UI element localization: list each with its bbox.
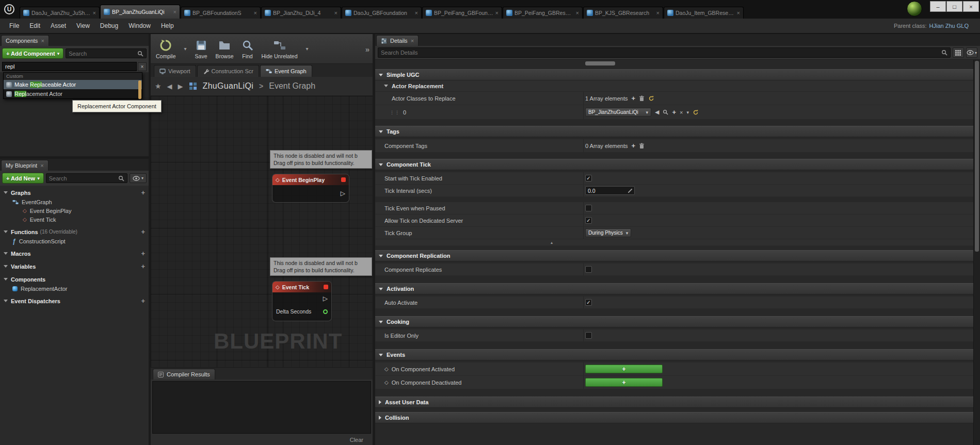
section-component-replication[interactable]: Component Replication — [375, 250, 973, 261]
tree-header-functions[interactable]: Functions(16 Overridable)+ — [0, 227, 149, 237]
breadcrumb-blueprint-name[interactable]: ZhuGuanLiQi — [203, 81, 253, 91]
my-blueprint-search-input[interactable] — [49, 175, 116, 182]
tree-header-variables[interactable]: Variables+ — [0, 261, 149, 271]
details-view-options-button[interactable]: ▾ — [966, 47, 977, 58]
nav-forward-button[interactable]: ▶ — [178, 83, 183, 90]
tree-header-graphs[interactable]: Graphs+ — [0, 188, 149, 197]
property-matrix-button[interactable] — [953, 47, 964, 58]
menu-window[interactable]: Window — [123, 22, 156, 29]
close-icon[interactable]: × — [737, 10, 740, 16]
float-output-pin[interactable] — [323, 309, 328, 314]
clear-array-button[interactable] — [639, 95, 645, 102]
node-event-tick[interactable]: ◇ Event Tick ▷ Delta Seconds — [272, 281, 332, 321]
tab-viewport[interactable]: Viewport — [154, 65, 196, 77]
close-icon[interactable]: × — [41, 38, 44, 44]
window-tab-bp-peifang-gbresearch[interactable]: BP_PeiFang_GBResearch× — [503, 7, 583, 19]
clear-array-button[interactable] — [639, 143, 645, 149]
add-event-on-activated-button[interactable]: + — [585, 365, 663, 373]
add-new-button[interactable]: + Add New ▾ — [2, 173, 44, 184]
tick-interval-input[interactable]: 0.0 — [585, 186, 635, 195]
section-events[interactable]: Events — [375, 349, 973, 360]
add-array-element-button[interactable]: + — [632, 95, 636, 102]
my-blueprint-search-box[interactable] — [46, 173, 127, 183]
section-activation[interactable]: Activation — [375, 283, 973, 294]
event-graph-canvas[interactable]: BLUEPRINT This node is disabled and will… — [151, 96, 373, 367]
window-tab-bp-jianzhuguanliqi[interactable]: BP_JianZhuGuanLiQi× — [100, 5, 180, 19]
value-slider-icon[interactable] — [628, 189, 632, 193]
checkbox-unchecked[interactable] — [585, 205, 592, 211]
menu-file[interactable]: File — [4, 22, 24, 29]
close-window-button[interactable]: × — [963, 1, 979, 12]
insert-element-button[interactable]: + — [672, 109, 676, 116]
checkbox-checked[interactable]: ✓ — [585, 175, 592, 182]
checkbox-unchecked[interactable] — [585, 266, 592, 273]
tree-item-replacementactor[interactable]: ReplacementActor — [0, 284, 149, 293]
parent-class-link[interactable]: HJian Zhu GLQ — [929, 23, 969, 29]
menu-edit[interactable]: Edit — [24, 22, 45, 29]
add-event-on-deactivated-button[interactable]: + — [585, 378, 663, 387]
delete-element-button[interactable]: × — [680, 109, 683, 116]
checkbox-checked[interactable]: ✓ — [585, 217, 592, 224]
actor-class-dropdown[interactable]: BP_JianZhuGuanLiQi▾ — [585, 108, 651, 117]
add-variable-button[interactable]: + — [141, 262, 145, 270]
checkbox-checked[interactable]: ✓ — [585, 299, 592, 306]
reset-to-default-button[interactable] — [648, 95, 654, 102]
exec-output-pin[interactable]: ▷ — [323, 295, 328, 302]
scrollbar-thumb[interactable] — [975, 61, 979, 252]
window-tab-daoju-gbfoundation[interactable]: DaoJu_GBFoundation× — [342, 7, 422, 19]
add-component-button[interactable]: + Add Component ▾ — [2, 48, 63, 59]
close-icon[interactable]: × — [495, 10, 499, 16]
window-tab-daoju-jianzhu-jushi-di[interactable]: DaoJu_JianZhu_JuShi_Di× — [20, 7, 100, 19]
clear-filter-button[interactable]: × — [138, 62, 147, 71]
dropdown-scrollbar[interactable] — [138, 80, 141, 99]
section-collision[interactable]: Collision — [375, 412, 973, 423]
section-asset-user-data[interactable]: Asset User Data — [375, 397, 973, 408]
hide-unrelated-options-caret[interactable]: ▾ — [306, 46, 309, 52]
tick-group-dropdown[interactable]: During Physics▾ — [585, 228, 631, 237]
window-tab-bp-peifang-gbfoundation[interactable]: BP_PeiFang_GBFoundati× — [422, 7, 502, 19]
close-icon[interactable]: × — [254, 10, 257, 16]
section-component-tick[interactable]: Component Tick — [375, 159, 973, 170]
components-search-input[interactable] — [69, 51, 135, 57]
section-tags[interactable]: Tags — [375, 126, 973, 137]
compile-button[interactable]: Compile — [156, 39, 176, 59]
add-function-button[interactable]: + — [141, 228, 145, 236]
close-icon[interactable]: × — [576, 10, 579, 16]
tree-item-eventgraph[interactable]: EventGraph — [0, 197, 149, 206]
element-options-caret[interactable]: ▾ — [687, 110, 689, 115]
reset-to-default-button[interactable] — [693, 109, 699, 116]
tab-construction-script[interactable]: Construction Scr — [197, 65, 259, 77]
menu-debug[interactable]: Debug — [95, 22, 123, 29]
details-scrollbar[interactable] — [973, 60, 980, 445]
tree-item-constructionscript[interactable]: ƒConstructionScript — [0, 237, 149, 245]
find-button[interactable]: Find — [242, 39, 253, 59]
tree-header-event-dispatchers[interactable]: Event Dispatchers+ — [0, 296, 149, 306]
browse-to-asset-button[interactable] — [663, 109, 668, 115]
browse-button[interactable]: Browse — [215, 39, 233, 59]
tree-header-components[interactable]: Components — [0, 274, 149, 284]
use-selected-asset-button[interactable]: ◀ — [655, 109, 659, 116]
save-button[interactable]: Save — [195, 39, 207, 59]
close-icon[interactable]: × — [415, 10, 418, 16]
section-simple-ugc[interactable]: Simple UGC — [375, 69, 973, 80]
compile-options-caret[interactable]: ▾ — [184, 46, 187, 52]
window-tab-bp-gbfoundations[interactable]: BP_GBFoundationS× — [181, 7, 261, 19]
maximize-button[interactable]: □ — [946, 1, 962, 12]
add-array-element-button[interactable]: + — [632, 142, 636, 149]
subsection-actor-replacement[interactable]: Actor Replacement — [375, 80, 973, 92]
add-event-dispatcher-button[interactable]: + — [141, 297, 145, 305]
menu-view[interactable]: View — [71, 22, 95, 29]
components-panel-tab[interactable]: Components × — [1, 35, 49, 46]
details-panel-tab[interactable]: Details × — [376, 35, 419, 46]
section-cooking[interactable]: Cooking — [375, 316, 973, 327]
dropdown-item-make-replaceable-actor[interactable]: Make Replaceable Actor — [4, 80, 142, 89]
advanced-properties-expander[interactable]: ▴ — [375, 239, 973, 246]
close-icon[interactable]: × — [93, 10, 96, 16]
my-blueprint-panel-tab[interactable]: My Blueprint × — [1, 160, 49, 171]
close-icon[interactable]: × — [334, 10, 338, 16]
component-class-filter-input[interactable] — [2, 62, 137, 71]
details-search-box[interactable] — [378, 47, 951, 58]
close-icon[interactable]: × — [173, 9, 176, 15]
tree-item-event-tick[interactable]: ◇Event Tick — [0, 215, 149, 224]
checkbox-unchecked[interactable] — [585, 332, 592, 339]
